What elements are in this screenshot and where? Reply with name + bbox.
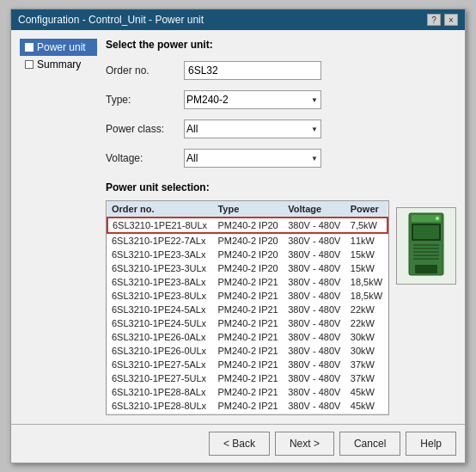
cell-power-2: 15kW [346,248,388,261]
table-row[interactable]: 6SL3210-1PE26-0ULxPM240-2 IP21380V - 480… [107,344,388,358]
device-image-area [396,207,456,285]
cell-voltage-0: 380V - 480V [284,218,346,233]
table-row[interactable]: 6SL3210-1PE24-5ULxPM240-2 IP21380V - 480… [107,316,388,330]
cell-type-6: PM240-2 IP21 [213,303,284,316]
cell-type-8: PM240-2 IP21 [213,330,284,344]
table-row[interactable]: 6SL3210-1PE23-8ALxPM240-2 IP21380V - 480… [107,275,388,289]
form-row-type: Type: PM240-2 [106,90,456,109]
select-power-class[interactable]: All [184,120,321,138]
cell-orderNo-5: 6SL3210-1PE23-8ULx [107,289,213,303]
label-order-no: Order no. [106,64,179,77]
table-row[interactable]: 6SL3210-1PE22-7ALxPM240-2 IP20380V - 480… [107,233,388,248]
cell-voltage-6: 380V - 480V [284,303,346,316]
nav-checkbox-summary [25,60,34,69]
cell-voltage-1: 380V - 480V [284,233,346,248]
select-type[interactable]: PM240-2 [184,90,321,109]
close-title-button[interactable]: × [444,14,458,26]
help-button[interactable]: Help [406,432,456,456]
svg-point-10 [436,217,439,220]
table-container[interactable]: Order no. Type Voltage Power 6SL3210-1PE… [106,200,389,415]
label-type: Type: [106,94,179,106]
cell-voltage-9: 380V - 480V [284,344,346,358]
bottom-bar: < Back Next > Cancel Help [11,424,465,463]
svg-rect-6 [413,251,439,253]
table-row[interactable]: 6SL3210-1PE23-3ALxPM240-2 IP20380V - 480… [107,248,388,261]
table-header-row: Order no. Type Voltage Power [107,201,388,218]
cell-power-11: 37kW [346,371,388,385]
section-title: Select the power unit: [106,39,456,51]
cell-power-13: 45kW [346,399,388,413]
table-row[interactable]: 6SL3210-1PE23-3ULxPM240-2 IP20380V - 480… [107,261,388,275]
cell-orderNo-12: 6SL3210-1PE28-8ALx [107,385,213,399]
cancel-button[interactable]: Cancel [339,432,400,456]
select-wrapper-voltage: All [184,149,321,168]
title-bar: Configuration - Control_Unit - Power uni… [11,9,465,30]
cell-type-3: PM240-2 IP20 [213,261,284,275]
next-button[interactable]: Next > [275,432,334,456]
cell-voltage-8: 380V - 480V [284,330,346,344]
cell-orderNo-7: 6SL3210-1PE24-5ULx [107,316,213,330]
cell-type-12: PM240-2 IP21 [213,385,284,399]
select-wrapper-power-class: All [184,120,321,138]
right-panel: Select the power unit: Order no. Type: P… [106,39,456,415]
cell-power-12: 45kW [346,385,388,399]
cell-power-10: 37kW [346,358,388,371]
table-body: 6SL3210-1PE21-8ULxPM240-2 IP20380V - 480… [107,218,388,413]
form-and-table: Order no. Type Voltage Power 6SL3210-1PE… [106,200,389,415]
svg-rect-5 [413,248,439,249]
cell-type-4: PM240-2 IP21 [213,275,284,289]
help-title-button[interactable]: ? [427,14,441,26]
cell-type-0: PM240-2 IP20 [213,218,284,233]
cell-power-1: 11kW [346,233,388,248]
table-row[interactable]: 6SL3210-1PE23-8ULxPM240-2 IP21380V - 480… [107,289,388,303]
cell-type-9: PM240-2 IP21 [213,344,284,358]
cell-type-5: PM240-2 IP21 [213,289,284,303]
form-row-voltage: Voltage: All [106,149,456,168]
table-row[interactable]: 6SL3210-1PE28-8ULxPM240-2 IP21380V - 480… [107,399,388,413]
col-header-type: Type [213,201,284,218]
svg-rect-7 [413,254,439,256]
nav-item-power-unit[interactable]: Power unit [20,39,97,56]
nav-item-summary[interactable]: Summary [20,56,97,73]
select-wrapper-type: PM240-2 [184,90,321,109]
main-content: Order no. Type Voltage Power 6SL3210-1PE… [106,200,456,415]
table-row[interactable]: 6SL3210-1PE24-5ALxPM240-2 IP21380V - 480… [107,303,388,316]
cell-orderNo-4: 6SL3210-1PE23-8ALx [107,275,213,289]
cell-voltage-2: 380V - 480V [284,248,346,261]
cell-orderNo-8: 6SL3210-1PE26-0ALx [107,330,213,344]
select-voltage[interactable]: All [184,149,321,168]
cell-type-13: PM240-2 IP21 [213,399,284,413]
table-row[interactable]: 6SL3210-1PE28-8ALxPM240-2 IP21380V - 480… [107,385,388,399]
cell-power-0: 7,5kW [346,218,388,233]
left-nav: Power unit Summary [20,39,97,415]
back-button[interactable]: < Back [209,432,270,456]
cell-type-11: PM240-2 IP21 [213,371,284,385]
cell-power-8: 30kW [346,330,388,344]
table-row[interactable]: 6SL3210-1PE27-5ULxPM240-2 IP21380V - 480… [107,371,388,385]
table-row[interactable]: 6SL3210-1PE26-0ALxPM240-2 IP21380V - 480… [107,330,388,344]
cell-type-1: PM240-2 IP20 [213,233,284,248]
cell-orderNo-11: 6SL3210-1PE27-5ULx [107,371,213,385]
dialog: Configuration - Control_Unit - Power uni… [10,9,466,463]
cell-type-2: PM240-2 IP20 [213,248,284,261]
svg-rect-3 [413,225,439,239]
col-header-voltage: Voltage [284,201,346,218]
cell-voltage-10: 380V - 480V [284,358,346,371]
cell-voltage-13: 380V - 480V [284,399,346,413]
cell-voltage-5: 380V - 480V [284,289,346,303]
selection-label: Power unit selection: [106,181,456,193]
table-row[interactable]: 6SL3210-1PE21-8ULxPM240-2 IP20380V - 480… [107,218,388,233]
power-unit-table: Order no. Type Voltage Power 6SL3210-1PE… [107,201,388,413]
cell-orderNo-2: 6SL3210-1PE23-3ALx [107,248,213,261]
svg-rect-8 [413,258,439,260]
input-order-no[interactable] [184,61,321,80]
cell-orderNo-0: 6SL3210-1PE21-8ULx [107,218,213,233]
cell-orderNo-3: 6SL3210-1PE23-3ULx [107,261,213,275]
table-row[interactable]: 6SL3210-1PE27-5ALxPM240-2 IP21380V - 480… [107,358,388,371]
cell-orderNo-6: 6SL3210-1PE24-5ALx [107,303,213,316]
cell-orderNo-10: 6SL3210-1PE27-5ALx [107,358,213,371]
cell-voltage-3: 380V - 480V [284,261,346,275]
cell-type-7: PM240-2 IP21 [213,316,284,330]
cell-power-3: 15kW [346,261,388,275]
form-row-power-class: Power class: All [106,120,456,138]
